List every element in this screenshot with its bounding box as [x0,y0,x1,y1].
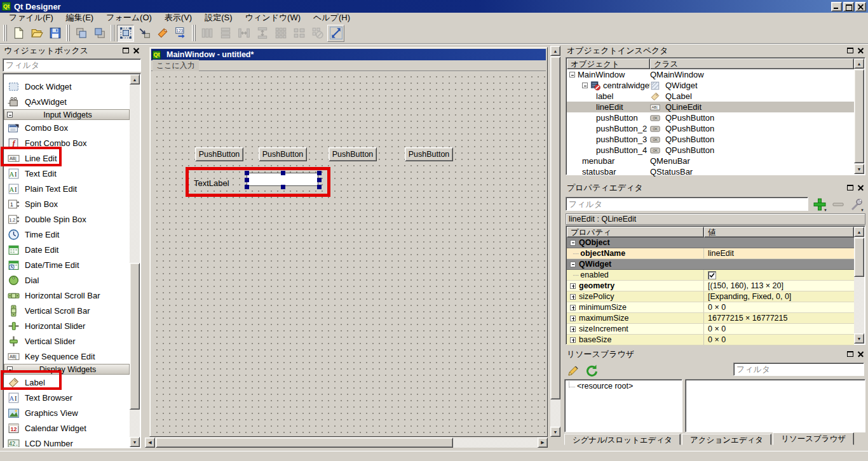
property-value[interactable]: lineEdit [708,249,734,258]
inspector-row-statusbar[interactable]: statusbarQStatusBar [567,166,854,177]
selection-handle[interactable] [245,185,249,189]
collapse-icon[interactable] [569,72,575,77]
open-form-button[interactable] [28,25,45,42]
float-icon[interactable] [847,185,853,190]
column-header-property[interactable]: プロパティ [567,227,704,237]
remove-property-button[interactable] [829,196,846,213]
lower-widget-button[interactable] [91,25,108,42]
inspector-row-menubar[interactable]: menubarQMenuBar [567,156,854,166]
tab-action-editor[interactable]: アクションエディタ [682,434,771,445]
column-header-object[interactable]: オブジェクト [567,58,650,69]
widget-item-font-combo-box[interactable]: fFont Combo Box [4,135,130,150]
property-row-baseSize[interactable]: baseSize0 × 0 [567,335,854,345]
property-value[interactable]: 0 × 0 [708,324,726,333]
selection-handle[interactable] [317,171,322,175]
property-row-sizePolicy[interactable]: sizePolicy[Expanding, Fixed, 0, 0] [567,291,854,302]
form-push-button-3[interactable]: PushButton [329,147,377,161]
scrollbar-thumb[interactable] [854,69,864,163]
toolbar-handle[interactable] [191,25,196,41]
property-row-objectName[interactable]: ····objectNamelineEdit [567,248,854,259]
widget-item-dock-widget[interactable]: Dock Widget [4,79,130,94]
close-icon[interactable] [857,184,864,191]
adjust-size-button[interactable] [327,25,344,42]
close-icon[interactable] [857,47,864,54]
save-form-button[interactable] [46,25,64,42]
scroll-up-icon[interactable]: ▲ [854,227,864,237]
property-scrollbar[interactable]: ▲ ▼ [854,227,864,344]
selection-handle[interactable] [317,178,322,182]
scrollbar-thumb[interactable] [130,263,140,410]
resource-root-item[interactable]: <resource root> [565,380,682,391]
collapse-icon[interactable] [7,366,13,372]
form-canvas[interactable]: TextLabel PushButtonPushButtonPushButton… [151,71,546,435]
property-row-maximumSize[interactable]: maximumSize16777215 × 16777215 [567,313,854,324]
property-group-QWidget[interactable]: QWidget [567,259,854,270]
scroll-down-icon[interactable]: ▼ [130,437,140,447]
menu-item-1[interactable]: 編集(E) [60,13,100,23]
expand-icon[interactable] [570,337,576,343]
property-row-sizeIncrement[interactable]: sizeIncrement0 × 0 [567,324,854,335]
inspector-row-lineEdit[interactable]: lineEditAB|QLineEdit [567,102,854,112]
inspector-scrollbar[interactable]: ▲ ▼ [854,58,864,174]
property-value[interactable]: 0 × 0 [708,303,726,312]
inspector-row-pushButton_4[interactable]: pushButton_4OKQPushButton [567,145,854,156]
new-form-button[interactable] [10,25,27,42]
menu-item-5[interactable]: ウィンドウ(W) [239,13,307,23]
scroll-down-icon[interactable]: ▼ [550,427,560,437]
property-row-minimumSize[interactable]: minimumSize0 × 0 [567,302,854,313]
property-value[interactable]: 16777215 × 16777215 [708,314,787,323]
form-line-edit[interactable] [247,173,318,186]
inspector-row-label[interactable]: labelQLabel [567,91,854,102]
expand-icon[interactable] [570,305,576,311]
configure-button[interactable]: ▼ [848,196,865,213]
collapse-icon[interactable] [570,262,576,267]
scrollbar-thumb[interactable] [854,237,864,277]
minimize-button[interactable] [831,2,842,11]
restore-button[interactable] [843,2,854,11]
resource-tree-pane[interactable]: <resource root> [564,379,682,432]
widget-item-key-sequence-edit[interactable]: AB|Key Sequence Edit [4,349,130,364]
column-header-value[interactable]: 値 [704,227,854,237]
resource-filter[interactable] [733,363,864,376]
property-value[interactable]: [Expanding, Fixed, 0, 0] [708,292,791,301]
scrollbar-thumb[interactable] [156,438,453,448]
widget-item-vertical-scroll-bar[interactable]: Vertical Scroll Bar [4,303,130,318]
property-filter-input[interactable] [566,197,808,210]
float-icon[interactable] [847,48,853,53]
widget-box-scrollbar[interactable]: ▲ ▼ [130,74,140,447]
widget-item-text-edit[interactable]: AIText Edit [4,166,130,181]
widget-item-date-time-edit[interactable]: Date/Time Edit [4,257,130,272]
inspector-row-pushButton_3[interactable]: pushButton_3OKQPushButton [567,134,854,145]
form-push-button-4[interactable]: PushButton [405,147,453,161]
property-value[interactable]: [(150, 160), 113 × 20] [708,281,783,290]
expand-icon[interactable] [570,294,576,300]
expand-icon[interactable] [570,283,576,289]
property-group-QObject[interactable]: QObject [567,237,854,248]
widget-item-text-browser[interactable]: AIText Browser [4,390,130,405]
widget-item-vertical-slider[interactable]: Vertical Slider [4,333,130,349]
selection-handle[interactable] [245,171,249,175]
toolbar-handle[interactable] [3,25,8,41]
widget-item-graphics-view[interactable]: Graphics View [4,405,130,420]
selection-handle[interactable] [281,171,285,175]
widget-item-calendar-widget[interactable]: 12Calendar Widget [4,420,130,436]
scroll-left-icon[interactable]: ◀ [145,438,155,448]
edit-buddies-button[interactable] [154,25,171,42]
raise-widget-button[interactable] [72,25,90,42]
widget-item-time-edit[interactable]: Time Edit [4,227,130,242]
widget-item-dial[interactable]: Dial [4,272,130,288]
widget-item-qaxwidget[interactable]: QAxWidget [4,94,130,109]
resource-filter-input[interactable] [734,363,864,375]
widget-item-line-edit[interactable]: AB|Line Edit [4,150,130,166]
selection-handle[interactable] [245,178,249,182]
widget-item-horizontal-scroll-bar[interactable]: Horizontal Scroll Bar [4,288,130,303]
widget-item-spin-box[interactable]: 1Spin Box [4,196,130,211]
category-input-widgets[interactable]: Input Widgets [4,109,130,120]
widget-item-double-spin-box[interactable]: 1.2Double Spin Box [4,211,130,227]
reload-resources-button[interactable] [583,362,600,378]
close-icon[interactable] [857,351,864,357]
inspector-row-centralwidget[interactable]: centralwidgetQWidget [567,80,854,91]
mdi-horizontal-scrollbar[interactable]: ◀ ▶ [145,438,548,448]
inspector-row-pushButton[interactable]: pushButtonOKQPushButton [567,112,854,123]
collapse-icon[interactable] [582,83,588,88]
